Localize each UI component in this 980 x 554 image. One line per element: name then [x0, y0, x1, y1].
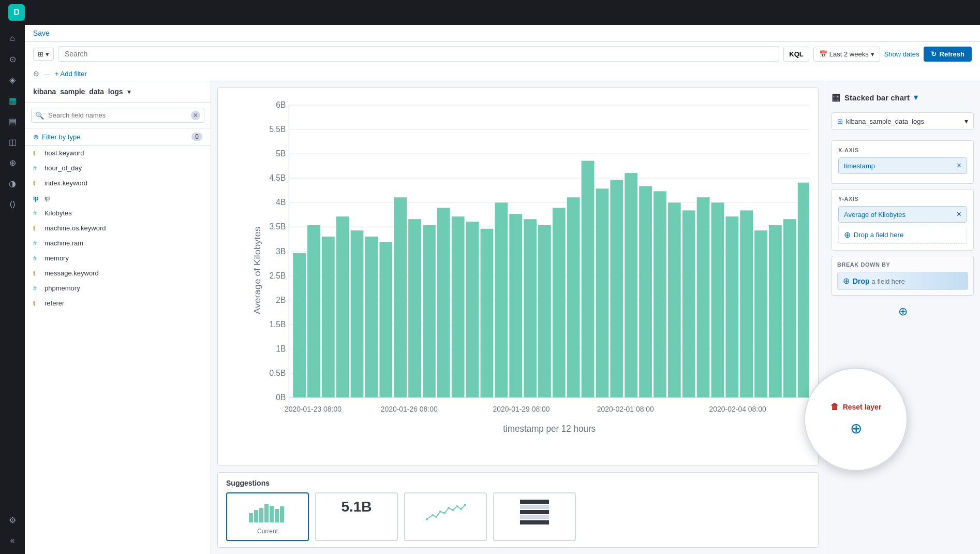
kql-button[interactable]: KQL — [783, 47, 809, 62]
reset-layer-button[interactable]: 🗑 Reset layer — [830, 402, 882, 412]
index-dropdown-icon: ▾ — [127, 88, 131, 96]
suggestion-table[interactable] — [493, 492, 576, 541]
index-selector-panel[interactable]: ⊞ kibana_sample_data_logs ▾ — [831, 112, 974, 130]
reset-layer-circle: 🗑 Reset layer ⊕ — [804, 368, 908, 471]
add-layer-button[interactable]: ⊕ — [898, 305, 908, 318]
refresh-button[interactable]: ↻ Refresh — [924, 47, 972, 62]
suggestion-current-label: Current — [257, 528, 278, 535]
svg-rect-77 — [280, 506, 284, 522]
svg-point-83 — [448, 507, 450, 509]
toolbar: Save — [25, 25, 980, 42]
svg-rect-59 — [740, 210, 753, 398]
field-item[interactable]: tmachine.os.keyword — [25, 221, 211, 236]
svg-rect-54 — [668, 202, 681, 398]
suggestion-bar-current[interactable]: Current — [226, 492, 309, 541]
field-item[interactable]: ipip — [25, 191, 211, 206]
breakdown-drop-text: Drop a field here — [853, 277, 905, 285]
sidebar-icon-search[interactable]: ⊙ — [3, 50, 22, 68]
field-item[interactable]: #memory — [25, 251, 211, 266]
field-type-icon: t — [33, 180, 40, 187]
field-name-label: phpmemory — [44, 284, 80, 292]
svg-rect-89 — [520, 505, 549, 509]
app-logo[interactable]: D — [0, 0, 980, 25]
field-type-icon: # — [33, 240, 40, 247]
field-type-icon: # — [33, 285, 40, 292]
svg-rect-55 — [682, 210, 695, 398]
sidebar-icon-management[interactable]: ⚙ — [3, 511, 22, 529]
show-dates-button[interactable]: Show dates — [884, 50, 919, 58]
drop-field-label: Drop a field here — [854, 231, 903, 239]
x-axis-remove-button[interactable]: × — [957, 161, 961, 170]
field-item[interactable]: #machine.ram — [25, 236, 211, 251]
svg-point-79 — [432, 514, 434, 516]
sidebar-icon-visualize[interactable]: ▦ — [3, 91, 22, 110]
sidebar-icon-devtools[interactable]: ⟨⟩ — [3, 195, 22, 213]
svg-point-86 — [460, 508, 462, 510]
breakdown-drop-field[interactable]: ⊕ Drop a field here — [837, 272, 968, 290]
x-axis-field[interactable]: timestamp × — [838, 157, 967, 174]
main-content: Save ⊞ ▾ KQL 📅 Last 2 weeks ▾ Show dates… — [25, 25, 980, 554]
suggestions-list: Current 5.1B — [226, 492, 810, 541]
field-type-icon: t — [33, 300, 40, 307]
chart-container: Average of Kilobytes — [217, 88, 819, 466]
save-button[interactable]: Save — [33, 29, 50, 37]
field-item[interactable]: treferer — [25, 296, 211, 311]
index-selector-btn[interactable]: ⊞ ▾ — [33, 48, 54, 61]
field-item[interactable]: thost.keyword — [25, 145, 211, 161]
add-layer-circle-button[interactable]: ⊕ — [850, 420, 862, 437]
plus-icon: ⊕ — [844, 230, 851, 240]
sidebar-icon-ml[interactable]: ◑ — [3, 174, 22, 193]
sidebar-icon-home[interactable]: ⌂ — [3, 29, 22, 48]
svg-text:5.5B: 5.5B — [269, 124, 286, 134]
field-name-label: index.keyword — [44, 179, 87, 187]
add-filter-button[interactable]: + Add filter — [55, 70, 87, 78]
svg-rect-37 — [423, 225, 436, 398]
svg-rect-90 — [520, 510, 549, 514]
index-header[interactable]: kibana_sample_data_logs ▾ — [25, 81, 211, 103]
stacked-bar-icon: ▦ — [831, 92, 840, 103]
svg-rect-41 — [481, 229, 494, 398]
field-item[interactable]: #hour_of_day — [25, 161, 211, 176]
sidebar-icon-discover[interactable]: ◈ — [3, 70, 22, 89]
reset-layer-label: Reset layer — [843, 403, 882, 411]
field-name-label: referer — [44, 299, 64, 307]
y-axis-field[interactable]: Average of Kilobytes × — [838, 206, 967, 223]
field-item[interactable]: tmessage.keyword — [25, 266, 211, 281]
search-input[interactable] — [58, 46, 779, 62]
chart-type-header: ▦ Stacked bar chart ▾ — [831, 88, 974, 107]
time-label: Last 2 weeks — [829, 50, 869, 58]
suggestion-metric[interactable]: 5.1B — [315, 492, 398, 541]
svg-text:2.5B: 2.5B — [269, 270, 286, 280]
field-name-label: message.keyword — [44, 269, 99, 277]
svg-rect-48 — [582, 161, 595, 398]
svg-point-82 — [443, 512, 446, 514]
sidebar-icon-maps[interactable]: ⊕ — [3, 153, 22, 172]
sidebar-icon-dashboard[interactable]: ▤ — [3, 112, 22, 130]
y-axis-drop-field[interactable]: ⊕ Drop a field here — [838, 226, 967, 244]
chart-svg: Average of Kilobytes — [249, 96, 810, 445]
svg-rect-52 — [639, 186, 652, 398]
fields-clear-icon[interactable]: × — [191, 111, 200, 120]
fields-search-icon: 🔍 — [35, 111, 44, 120]
svg-text:2020-02-04 08:00: 2020-02-04 08:00 — [709, 405, 766, 414]
svg-rect-50 — [610, 180, 623, 398]
svg-text:timestamp per 12 hours: timestamp per 12 hours — [503, 423, 596, 434]
field-item[interactable]: #phpmemory — [25, 281, 211, 296]
chart-type-chevron[interactable]: ▾ — [914, 93, 918, 102]
y-axis-remove-button[interactable]: × — [957, 210, 961, 219]
fields-search-input[interactable] — [31, 108, 204, 123]
suggestion-line[interactable] — [404, 492, 487, 541]
field-item[interactable]: #Kilobytes — [25, 206, 211, 221]
time-picker[interactable]: 📅 Last 2 weeks ▾ — [813, 47, 880, 62]
sidebar-icon-collapse[interactable]: « — [3, 531, 22, 550]
sidebar-icon-canvas[interactable]: ◫ — [3, 133, 22, 151]
chart-area: Average of Kilobytes — [211, 81, 825, 554]
svg-rect-91 — [520, 515, 549, 519]
svg-rect-57 — [711, 202, 724, 398]
logo-icon: D — [8, 4, 25, 21]
filter-type-button[interactable]: ⊜ Filter by type — [33, 133, 80, 141]
fields-search-box: 🔍 × — [25, 103, 211, 128]
svg-text:Average of Kilobytes: Average of Kilobytes — [252, 227, 262, 314]
field-item[interactable]: tindex.keyword — [25, 176, 211, 191]
svg-rect-30 — [322, 237, 335, 398]
